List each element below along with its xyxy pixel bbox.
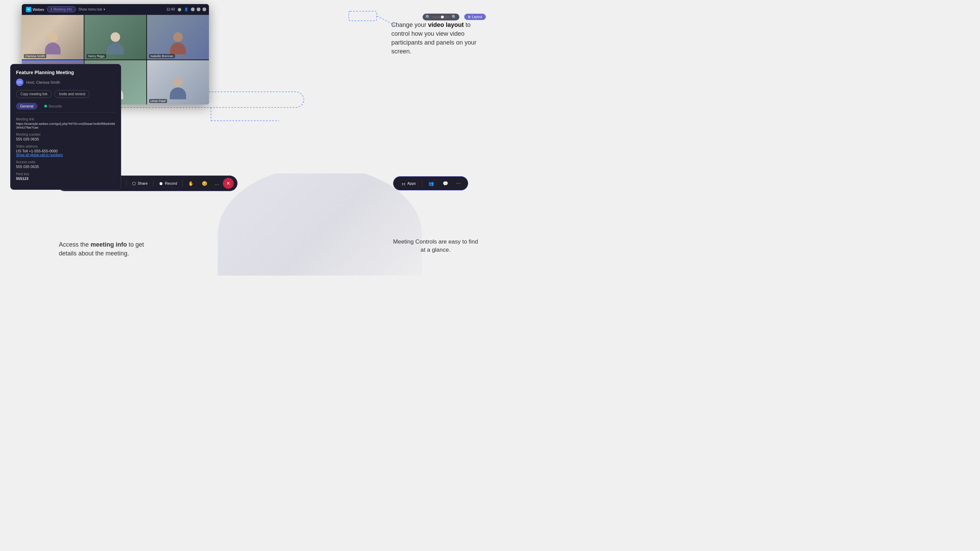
divider-5 bbox=[422, 180, 422, 187]
callout-top-right: Change your video layout to control how … bbox=[391, 21, 483, 56]
end-call-button[interactable]: ✕ bbox=[223, 178, 234, 189]
controls-right: ⚏ Apps 👥 💬 ··· bbox=[393, 176, 468, 191]
emoji-icon: 😊 bbox=[202, 181, 207, 186]
video-cell-6: Umar Patel bbox=[147, 60, 209, 105]
info-icon: ℹ bbox=[51, 8, 52, 11]
layout-label: Layout bbox=[472, 15, 482, 19]
tab-security-label: Security bbox=[48, 104, 62, 108]
webex-logo: W Webex bbox=[26, 7, 44, 12]
meeting-info-panel: Feature Planning Meeting CS Host: Claris… bbox=[10, 64, 121, 190]
person-shape-2 bbox=[107, 32, 124, 54]
callout-br-text: Meeting Controls are easy to find at a g… bbox=[393, 238, 478, 253]
callout-bottom-right: Meeting Controls are easy to find at a g… bbox=[391, 238, 480, 254]
record-label: Record bbox=[165, 181, 177, 185]
meeting-number-value: 555 035 0635 bbox=[16, 137, 115, 141]
more-options-button[interactable]: ... bbox=[212, 179, 221, 188]
meeting-info-tab[interactable]: ℹ Meeting info bbox=[47, 6, 76, 12]
zoom-slider[interactable] bbox=[433, 17, 450, 18]
close-button[interactable] bbox=[202, 8, 206, 11]
reactions-button[interactable]: 😊 bbox=[198, 179, 211, 188]
webex-icon: W bbox=[26, 7, 31, 12]
person-shape-6 bbox=[170, 77, 186, 99]
host-row: CS Host: Clarissa Smith bbox=[16, 79, 115, 86]
participants-button[interactable]: 👥 bbox=[425, 179, 437, 188]
host-key-label: Host key bbox=[16, 172, 115, 176]
zoom-slider-thumb bbox=[441, 16, 444, 18]
share-label: Share bbox=[137, 181, 147, 185]
video-address-value: US Toll +1-555-655-0000 bbox=[16, 149, 115, 153]
chat-button[interactable]: 💬 bbox=[439, 179, 452, 188]
video-cell-3: Isabelle Brennan bbox=[147, 15, 209, 60]
svg-rect-0 bbox=[349, 11, 377, 21]
show-menu-label: Show menu bar bbox=[79, 8, 102, 11]
user-icon-small: 👤 bbox=[184, 8, 188, 11]
security-dot-icon bbox=[44, 105, 47, 108]
meeting-link-section: Meeting link https://example.webex.com/g… bbox=[16, 118, 115, 129]
participants-icon: 👥 bbox=[428, 181, 434, 186]
apps-button[interactable]: ⚏ Apps bbox=[398, 179, 419, 188]
layout-button[interactable]: ⊞ Layout bbox=[464, 14, 486, 20]
minimize-button[interactable] bbox=[191, 8, 195, 11]
meeting-info-label: Meeting info bbox=[53, 8, 72, 11]
webex-label: Webex bbox=[33, 8, 44, 11]
host-key-value: 555123 bbox=[16, 176, 115, 181]
invite-remind-button[interactable]: Invite and remind bbox=[54, 90, 89, 98]
person-shape-3 bbox=[170, 32, 186, 54]
host-label: Host: Clarissa Smith bbox=[26, 80, 60, 84]
callout-top-right-pre: Change your bbox=[391, 21, 428, 28]
show-numbers-link[interactable]: Show all global call-in numbers bbox=[16, 153, 115, 157]
host-key-section: Host key 555123 bbox=[16, 172, 115, 181]
divider-2 bbox=[126, 180, 127, 187]
action-buttons: Copy meeting link Invite and remind bbox=[16, 90, 115, 98]
share-icon: ⬡ bbox=[132, 181, 136, 186]
tab-general[interactable]: General bbox=[16, 103, 37, 110]
callout-bl-bold: meeting info bbox=[91, 241, 127, 248]
panel-title: Feature Planning Meeting bbox=[16, 70, 115, 75]
meeting-link-value[interactable]: https://example.webex.com/go/j.php?MTID=… bbox=[16, 122, 115, 129]
apps-label: Apps bbox=[407, 181, 416, 185]
maximize-button[interactable] bbox=[197, 8, 200, 11]
window-controls bbox=[191, 8, 206, 11]
show-menu-bar[interactable]: Show menu bar ▾ bbox=[79, 8, 105, 11]
video-address-section: Video address US Toll +1-555-655-0000 Sh… bbox=[16, 144, 115, 157]
chevron-down-icon: ▾ bbox=[103, 8, 105, 11]
tab-security[interactable]: Security bbox=[40, 103, 66, 110]
record-icon-small: ⬤ bbox=[178, 8, 181, 11]
layout-icon: ⊞ bbox=[468, 15, 471, 19]
apps-icon: ⚏ bbox=[401, 181, 406, 186]
raise-hand-icon: ✋ bbox=[188, 181, 194, 186]
meeting-number-label: Meeting number bbox=[16, 133, 115, 137]
time-display: 12:40 bbox=[166, 8, 175, 11]
copy-meeting-link-button[interactable]: Copy meeting link bbox=[16, 90, 52, 98]
access-code-label: Access code bbox=[16, 160, 115, 164]
person-shape-1 bbox=[45, 32, 60, 54]
callout-bl-access: Access the bbox=[59, 241, 91, 248]
video-cell-1: Clarissa Smith bbox=[22, 15, 84, 60]
meeting-number-section: Meeting number 555 035 0635 bbox=[16, 133, 115, 141]
callout-top-right-bold: video layout bbox=[428, 21, 464, 28]
access-code-section: Access code 555 035 0635 bbox=[16, 160, 115, 169]
video-address-label: Video address bbox=[16, 144, 115, 148]
divider-4 bbox=[182, 180, 183, 187]
share-button[interactable]: ⬡ Share bbox=[129, 179, 151, 188]
host-avatar: CS bbox=[16, 79, 24, 86]
meeting-link-label: Meeting link bbox=[16, 118, 115, 121]
raise-hand-button[interactable]: ✋ bbox=[185, 179, 197, 188]
zoom-out-button[interactable]: 🔍 bbox=[425, 14, 430, 19]
record-icon: ⏺ bbox=[159, 181, 163, 186]
right-more-button[interactable]: ··· bbox=[453, 179, 463, 188]
tabs-row: General Security bbox=[16, 103, 115, 113]
video-cell-2: Henry Riggs bbox=[84, 15, 146, 60]
access-code-value: 555 035 0635 bbox=[16, 165, 115, 169]
zoom-in-button[interactable]: 🔍 bbox=[452, 14, 457, 19]
title-bar-right: 12:40 ⬤ 👤 bbox=[166, 8, 206, 11]
participant-name-6: Umar Patel bbox=[149, 99, 167, 103]
participant-name-2: Henry Riggs bbox=[86, 54, 106, 58]
chat-icon: 💬 bbox=[443, 181, 448, 186]
record-button[interactable]: ⏺ Record bbox=[156, 179, 180, 188]
participant-name-3: Isabelle Brennan bbox=[149, 54, 175, 58]
zoom-controls: 🔍 🔍 bbox=[423, 14, 460, 21]
divider-3 bbox=[153, 180, 153, 187]
title-bar: W Webex ℹ Meeting info Show menu bar ▾ 1… bbox=[22, 4, 209, 15]
callout-bottom-left: Access the meeting info to get details a… bbox=[59, 240, 151, 258]
